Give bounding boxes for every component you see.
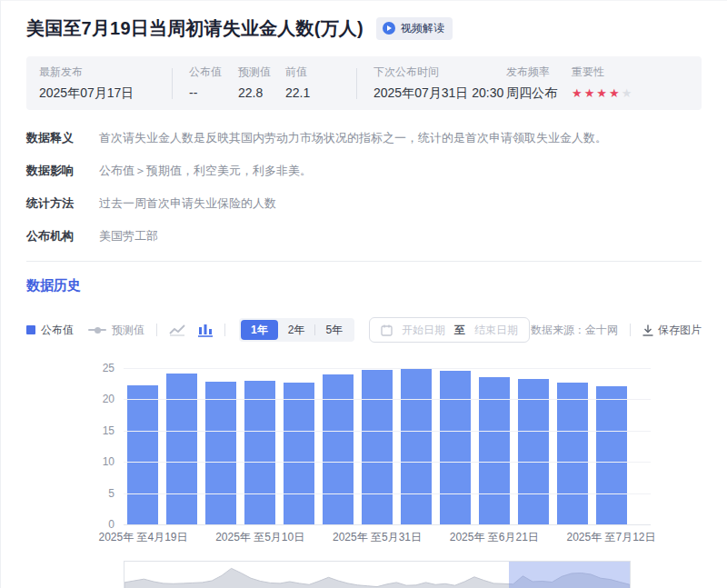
star-filled-icon: ★	[596, 86, 609, 100]
divider	[172, 68, 173, 99]
stat-label: 重要性	[572, 65, 633, 79]
legend-item-actual[interactable]: 公布值	[26, 323, 74, 338]
y-axis-tick: 0	[108, 518, 115, 531]
history-bar-chart: 0510152025 2025年 至4月19日2025年 至5月10日2025年…	[26, 357, 702, 548]
toolbar-right: 数据来源：金十网 保存图片	[531, 323, 702, 338]
bar	[596, 386, 627, 524]
bar	[244, 381, 275, 524]
x-axis-tick: 2025年 至6月21日	[450, 530, 539, 545]
bar	[557, 383, 588, 524]
range-button-1y[interactable]: 1年	[241, 320, 278, 340]
page-title: 美国至7月19日当周初请失业金人数(万人)	[26, 15, 364, 41]
divider	[224, 324, 225, 336]
legend-item-forecast[interactable]: 预测值	[88, 323, 144, 338]
bar-chart-icon[interactable]	[198, 324, 213, 337]
chart-type-switch	[169, 324, 213, 337]
stat-value: --	[189, 85, 238, 102]
gridline	[124, 399, 651, 400]
detail-rows: 数据释义 首次请失业金人数是反映其国内劳动力市场状况的指标之一，统计的是首次申请…	[26, 130, 702, 244]
stat-latest-release: 最新发布 2025年07月17日	[39, 65, 155, 102]
data-history-heading[interactable]: 数据历史	[26, 276, 81, 294]
save-image-button[interactable]: 保存图片	[642, 323, 702, 338]
legend-label: 公布值	[41, 323, 74, 338]
stat-value: 周四公布	[506, 85, 572, 102]
bar	[362, 370, 393, 524]
indicator-page: 美国至7月19日当周初请失业金人数(万人) 视频解读 最新发布 2025年07月…	[1, 1, 727, 588]
line-chart-icon[interactable]	[169, 324, 185, 336]
y-axis-tick: 15	[103, 424, 115, 437]
bar	[284, 383, 314, 524]
detail-row-agency: 公布机构 美国劳工部	[26, 228, 702, 244]
calendar-icon	[381, 324, 393, 336]
bar	[401, 369, 432, 524]
gridline	[124, 431, 651, 432]
star-empty-icon: ★	[622, 86, 634, 100]
detail-text: 过去一周首次申请失业保险的人数	[99, 195, 276, 212]
bar-band	[319, 368, 358, 524]
download-icon	[642, 324, 653, 336]
y-axis-tick: 10	[103, 455, 115, 468]
stat-importance: 重要性 ★★★★★	[572, 65, 633, 102]
bar-band	[163, 368, 202, 524]
navigator-selection-handle[interactable]	[509, 562, 630, 588]
star-filled-icon: ★	[584, 86, 597, 100]
gridline	[124, 524, 651, 525]
stat-previous: 前值 22.1	[285, 65, 340, 102]
bar	[323, 374, 354, 524]
stat-value: 2025年07月17日	[39, 85, 155, 102]
stat-label: 公布值	[189, 65, 238, 79]
bar-band	[474, 368, 513, 524]
y-axis-tick: 5	[108, 487, 115, 500]
bar-band	[124, 368, 163, 524]
detail-row-impact: 数据影响 公布值＞预期值，利空美元，利多非美。	[26, 163, 702, 179]
start-date-placeholder[interactable]: 开始日期	[402, 323, 445, 338]
range-button-2y[interactable]: 2年	[278, 320, 315, 340]
detail-row-method: 统计方法 过去一周首次申请失业保险的人数	[26, 195, 702, 212]
bar	[205, 382, 236, 524]
bar-band	[435, 368, 474, 524]
date-range-picker[interactable]: 开始日期 至 结束日期	[369, 317, 530, 343]
bar-band	[280, 368, 319, 524]
bars-container	[124, 368, 631, 524]
stat-value: 2025年07月31日 20:30	[373, 85, 506, 102]
bar-band	[592, 368, 631, 524]
chart-range-navigator[interactable]	[124, 561, 631, 588]
stat-label: 下次公布时间	[373, 65, 506, 79]
divider	[356, 68, 357, 99]
bar-band	[396, 368, 435, 524]
x-axis-tick: 2025年 至7月12日	[566, 530, 655, 545]
stat-forecast: 预测值 22.8	[238, 65, 285, 102]
star-filled-icon: ★	[572, 86, 584, 100]
bar-band	[553, 368, 592, 524]
x-axis-labels: 2025年 至4月19日2025年 至5月10日2025年 至5月31日2025…	[124, 530, 631, 546]
x-axis-tick: 2025年 至4月19日	[98, 530, 187, 545]
detail-text: 首次请失业金人数是反映其国内劳动力市场状况的指标之一，统计的是首次申请领取失业金…	[99, 130, 607, 146]
stat-actual: 公布值 --	[189, 65, 238, 102]
date-range-separator: 至	[454, 323, 465, 338]
bar	[440, 371, 471, 524]
bar	[518, 379, 549, 524]
video-explain-button[interactable]: 视频解读	[376, 17, 453, 40]
y-axis-tick: 25	[103, 362, 115, 374]
gridline	[124, 462, 651, 463]
save-image-label: 保存图片	[658, 323, 702, 338]
gridline	[124, 368, 651, 369]
x-axis-tick: 2025年 至5月10日	[215, 530, 304, 545]
detail-row-definition: 数据释义 首次请失业金人数是反映其国内劳动力市场状况的指标之一，统计的是首次申请…	[26, 130, 702, 146]
detail-text: 公布值＞预期值，利空美元，利多非美。	[99, 163, 312, 179]
end-date-placeholder[interactable]: 结束日期	[474, 323, 518, 338]
star-filled-icon: ★	[609, 86, 622, 100]
stat-frequency: 发布频率 周四公布	[506, 65, 572, 102]
stat-label: 最新发布	[39, 65, 155, 79]
divider	[630, 324, 631, 336]
video-badge-label: 视频解读	[401, 21, 444, 36]
range-button-5y[interactable]: 5年	[315, 320, 353, 340]
legend-square-icon	[26, 325, 35, 334]
section-divider	[26, 261, 702, 262]
detail-label: 数据释义	[26, 130, 88, 146]
range-segmented-control: 1年 2年 5年	[239, 318, 354, 342]
importance-stars: ★★★★★	[572, 85, 633, 102]
bar-band	[513, 368, 553, 524]
bar	[127, 385, 158, 524]
bar-band	[202, 368, 241, 524]
